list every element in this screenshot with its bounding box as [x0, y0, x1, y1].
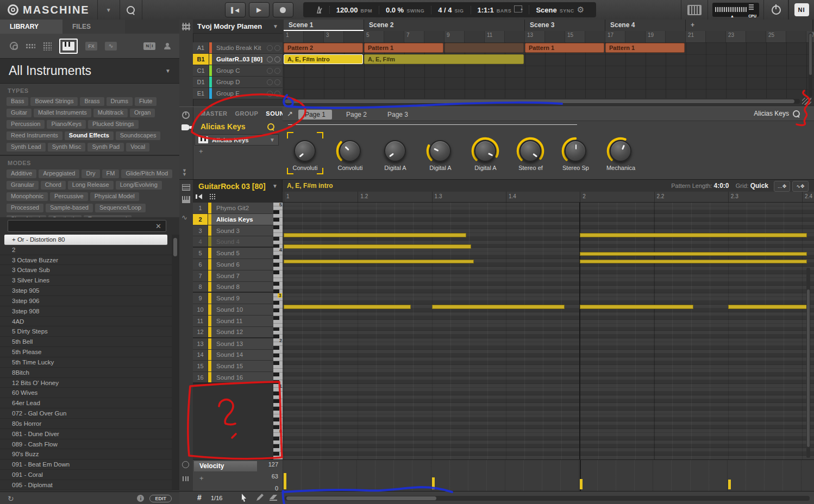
signature-field[interactable]: 4 / 4 SIG: [431, 6, 471, 14]
mixer-icon[interactable]: [183, 23, 190, 30]
list-item[interactable]: 3 Octave Sub: [0, 265, 172, 275]
group-knob-icon[interactable]: [267, 91, 273, 97]
macro-knob-5[interactable]: Digital A: [463, 129, 508, 180]
sound-row-10[interactable]: 10Sound 10: [193, 304, 273, 316]
search-button[interactable]: [120, 0, 142, 20]
scene-tab-scene-2[interactable]: Scene 2: [364, 20, 525, 31]
tempo-field[interactable]: 120.00 BPM: [330, 6, 379, 14]
browser-tab-library[interactable]: LIBRARY: [0, 20, 62, 34]
tag-flute[interactable]: Flute: [135, 97, 156, 106]
midi-note[interactable]: [432, 305, 565, 309]
speaker-icon[interactable]: [198, 194, 202, 199]
knob-dial[interactable]: [610, 140, 631, 162]
list-item[interactable]: 80s Horror: [0, 419, 172, 429]
macro-knob-8[interactable]: Mechanica: [598, 129, 643, 180]
white-key[interactable]: [273, 251, 283, 255]
black-key[interactable]: [273, 244, 279, 248]
follow-icon[interactable]: ▸: [514, 5, 522, 12]
white-key[interactable]: [273, 376, 283, 380]
black-key[interactable]: [273, 425, 279, 429]
white-key[interactable]: [273, 365, 283, 369]
clip-ghost[interactable]: [444, 43, 524, 53]
tag-synth-lead[interactable]: Synth Lead: [7, 143, 46, 152]
tag-chord[interactable]: Chord: [41, 181, 66, 190]
list-item[interactable]: 2: [0, 245, 172, 255]
black-key[interactable]: [273, 444, 279, 448]
tag-glide-pitch-mod[interactable]: Glide/Pitch Mod: [121, 169, 172, 178]
pianoroll-view-icon[interactable]: [182, 196, 190, 203]
sound-row-4[interactable]: 4Sound 4: [193, 236, 273, 248]
pin-arrow-icon[interactable]: ↗: [287, 110, 293, 118]
tag-monophonic[interactable]: Monophonic: [7, 192, 48, 201]
black-key[interactable]: [273, 452, 279, 456]
step-drag-icon[interactable]: …✥: [774, 181, 790, 192]
white-key[interactable]: [273, 324, 283, 327]
black-key[interactable]: [273, 263, 279, 267]
group-row-c1[interactable]: C1Group C: [193, 65, 283, 77]
scene-tab-scene-1[interactable]: Scene 1: [284, 20, 364, 31]
list-item[interactable]: + Or - Distortion 80: [4, 235, 167, 245]
modulation-icon[interactable]: [182, 461, 189, 468]
white-key[interactable]: [273, 312, 283, 316]
sound-row-8[interactable]: 8Sound 8: [193, 282, 273, 293]
white-key[interactable]: [273, 274, 283, 278]
ni-service-button[interactable]: NI: [788, 0, 814, 20]
tag-soundscapes[interactable]: Soundscapes: [116, 131, 161, 140]
list-item[interactable]: 072 - Gal Over Gun: [0, 408, 172, 419]
white-key[interactable]: [273, 357, 283, 361]
quickbrowse-icon[interactable]: [267, 123, 274, 130]
tag-long-evolving[interactable]: Long/Evolving: [116, 181, 162, 190]
macro-knob-3[interactable]: Digital A: [373, 129, 418, 180]
control-tab-master[interactable]: MASTER: [201, 110, 227, 117]
tag-vocal[interactable]: Vocal: [126, 143, 149, 152]
list-item[interactable]: 4AD: [0, 317, 172, 327]
midi-note[interactable]: [284, 233, 466, 237]
ni-content-icon[interactable]: N│I: [143, 42, 155, 50]
sound-row-15[interactable]: 15Sound 15: [193, 361, 273, 372]
midi-note[interactable]: [580, 305, 693, 309]
plugin-slot[interactable]: Alicias Keys ▼: [195, 134, 279, 146]
autoload-icon[interactable]: ↻: [8, 494, 14, 503]
tag-granular[interactable]: Granular: [7, 181, 39, 190]
white-key[interactable]: [273, 440, 283, 444]
sound-row-6[interactable]: 6Sound 6: [193, 259, 273, 270]
tag-sample-based[interactable]: Sample-based: [46, 204, 93, 212]
knob-dial[interactable]: [294, 140, 316, 162]
pattern-hscrollbar[interactable]: [285, 496, 810, 501]
knob-dial[interactable]: [339, 140, 361, 162]
black-key[interactable]: [273, 308, 279, 312]
sound-row-2[interactable]: 2Alicias Keys: [193, 214, 273, 225]
add-plugin-button[interactable]: +: [199, 147, 203, 155]
tag-bass[interactable]: Bass: [7, 97, 28, 106]
list-item[interactable]: 3step 905: [0, 286, 172, 296]
velocity-marker[interactable]: [728, 480, 731, 489]
list-item[interactable]: 5th Time Lucky: [0, 357, 172, 368]
sound-row-11[interactable]: 11Sound 11: [193, 316, 273, 327]
page-tab-page-3[interactable]: Page 3: [381, 110, 415, 119]
settings-gear-icon[interactable]: ⚙: [577, 5, 584, 15]
clip-pattern-1[interactable]: Pattern 1: [364, 43, 443, 53]
group-knob-icon[interactable]: [274, 56, 280, 62]
arrange-view-icon[interactable]: [182, 184, 190, 191]
pattern-length-value[interactable]: 4:0:0: [713, 182, 729, 190]
automation-icon[interactable]: [183, 476, 189, 481]
audio-engine-toggle[interactable]: [763, 0, 788, 20]
black-key[interactable]: [273, 255, 279, 259]
info-icon[interactable]: i: [137, 495, 144, 502]
tag-bowed-strings[interactable]: Bowed Strings: [30, 97, 78, 106]
pattern-timeline-ruler[interactable]: 11.21.31.422.22.32.4: [283, 192, 814, 203]
sound-row-3[interactable]: 3Sound 3: [193, 225, 273, 237]
velocity-marker[interactable]: [432, 477, 435, 490]
knob-dial[interactable]: [519, 140, 541, 162]
record-button[interactable]: [273, 2, 293, 17]
collapse-chevron-icon[interactable]: ▼▼: [182, 169, 187, 177]
macro-knob-1[interactable]: Convoluti: [283, 129, 328, 180]
white-key[interactable]: [273, 342, 283, 346]
clip-pattern-1[interactable]: Pattern 1: [525, 43, 604, 53]
group-row-a1[interactable]: A1Studio Break Kit: [193, 42, 283, 54]
list-item[interactable]: 091 - Coral: [0, 470, 172, 480]
knob-dial[interactable]: [565, 140, 586, 162]
tag-percussive[interactable]: Percussive: [50, 192, 88, 201]
group-knob-icon[interactable]: [274, 91, 280, 97]
velocity-marker[interactable]: [284, 473, 286, 489]
